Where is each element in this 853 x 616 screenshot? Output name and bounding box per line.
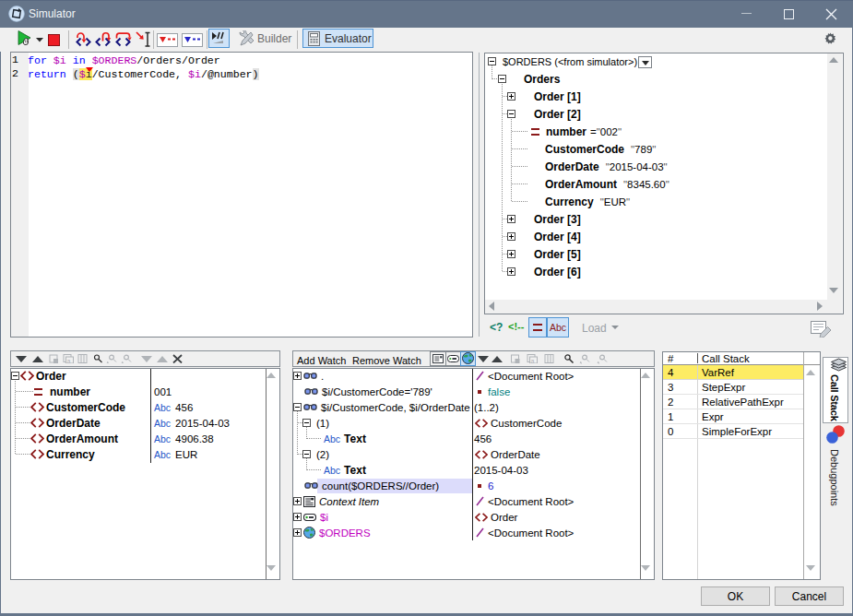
svg-text:a: a (67, 358, 71, 364)
svg-text:a: a (531, 358, 535, 364)
